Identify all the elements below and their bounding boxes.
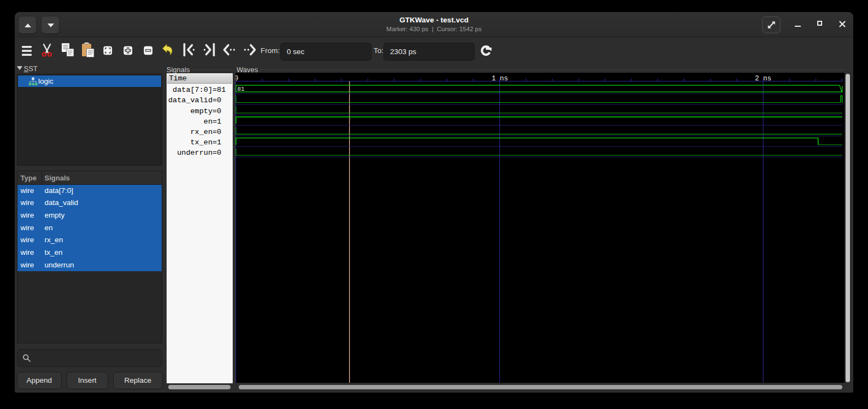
svg-text:81: 81 <box>237 86 245 92</box>
